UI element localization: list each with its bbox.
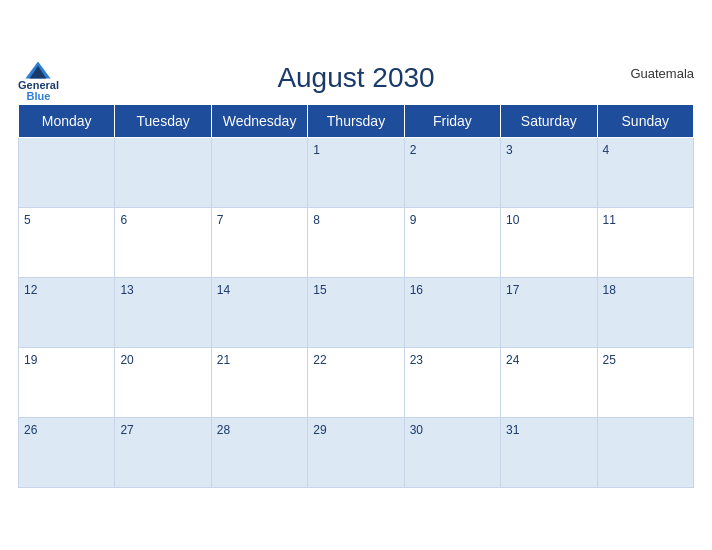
header-friday: Friday — [404, 105, 500, 138]
calendar-week-row: 12131415161718 — [19, 278, 694, 348]
calendar-day-cell: 15 — [308, 278, 404, 348]
calendar-day-cell: 3 — [501, 138, 597, 208]
day-number: 22 — [313, 353, 326, 367]
general-blue-logo-icon — [24, 60, 52, 80]
day-number: 8 — [313, 213, 320, 227]
calendar-title: August 2030 — [18, 62, 694, 94]
calendar-day-cell: 16 — [404, 278, 500, 348]
day-number: 17 — [506, 283, 519, 297]
calendar-week-row: 262728293031 — [19, 418, 694, 488]
calendar-day-cell: 29 — [308, 418, 404, 488]
day-number: 31 — [506, 423, 519, 437]
calendar-country: Guatemala — [630, 66, 694, 81]
day-number: 24 — [506, 353, 519, 367]
calendar-week-row: 19202122232425 — [19, 348, 694, 418]
day-number: 25 — [603, 353, 616, 367]
calendar-container: General Blue August 2030 Guatemala Monda… — [0, 44, 712, 506]
day-number: 19 — [24, 353, 37, 367]
calendar-day-cell: 13 — [115, 278, 211, 348]
calendar-day-cell: 19 — [19, 348, 115, 418]
calendar-day-cell: 2 — [404, 138, 500, 208]
header-monday: Monday — [19, 105, 115, 138]
calendar-day-cell: 4 — [597, 138, 693, 208]
day-number: 13 — [120, 283, 133, 297]
day-number: 4 — [603, 143, 610, 157]
day-number: 23 — [410, 353, 423, 367]
day-number: 7 — [217, 213, 224, 227]
calendar-day-cell: 1 — [308, 138, 404, 208]
calendar-week-row: 567891011 — [19, 208, 694, 278]
header-saturday: Saturday — [501, 105, 597, 138]
day-number: 21 — [217, 353, 230, 367]
day-number: 10 — [506, 213, 519, 227]
calendar-day-cell: 7 — [211, 208, 307, 278]
calendar-day-cell — [597, 418, 693, 488]
calendar-day-cell: 30 — [404, 418, 500, 488]
calendar-day-cell: 10 — [501, 208, 597, 278]
day-number: 20 — [120, 353, 133, 367]
calendar-day-cell: 17 — [501, 278, 597, 348]
calendar-day-cell: 20 — [115, 348, 211, 418]
header-thursday: Thursday — [308, 105, 404, 138]
calendar-week-row: 1234 — [19, 138, 694, 208]
header-tuesday: Tuesday — [115, 105, 211, 138]
calendar-day-cell: 5 — [19, 208, 115, 278]
logo-blue-text: Blue — [27, 91, 51, 102]
calendar-day-cell: 14 — [211, 278, 307, 348]
calendar-day-cell: 22 — [308, 348, 404, 418]
calendar-day-cell — [19, 138, 115, 208]
calendar-grid: Monday Tuesday Wednesday Thursday Friday… — [18, 104, 694, 488]
day-number: 1 — [313, 143, 320, 157]
calendar-day-cell: 6 — [115, 208, 211, 278]
day-number: 27 — [120, 423, 133, 437]
calendar-day-cell: 9 — [404, 208, 500, 278]
logo-area: General Blue — [18, 60, 59, 102]
calendar-day-cell: 27 — [115, 418, 211, 488]
day-number: 6 — [120, 213, 127, 227]
calendar-header: General Blue August 2030 Guatemala — [18, 54, 694, 98]
calendar-day-cell: 18 — [597, 278, 693, 348]
calendar-day-cell: 25 — [597, 348, 693, 418]
day-number: 3 — [506, 143, 513, 157]
day-number: 29 — [313, 423, 326, 437]
day-number: 30 — [410, 423, 423, 437]
calendar-day-cell: 8 — [308, 208, 404, 278]
weekday-header-row: Monday Tuesday Wednesday Thursday Friday… — [19, 105, 694, 138]
day-number: 14 — [217, 283, 230, 297]
calendar-day-cell — [115, 138, 211, 208]
calendar-day-cell: 21 — [211, 348, 307, 418]
day-number: 9 — [410, 213, 417, 227]
calendar-day-cell: 31 — [501, 418, 597, 488]
calendar-day-cell: 11 — [597, 208, 693, 278]
day-number: 28 — [217, 423, 230, 437]
day-number: 2 — [410, 143, 417, 157]
header-wednesday: Wednesday — [211, 105, 307, 138]
header-sunday: Sunday — [597, 105, 693, 138]
day-number: 5 — [24, 213, 31, 227]
calendar-day-cell — [211, 138, 307, 208]
day-number: 11 — [603, 213, 616, 227]
day-number: 15 — [313, 283, 326, 297]
day-number: 16 — [410, 283, 423, 297]
calendar-day-cell: 26 — [19, 418, 115, 488]
day-number: 26 — [24, 423, 37, 437]
calendar-day-cell: 23 — [404, 348, 500, 418]
calendar-day-cell: 12 — [19, 278, 115, 348]
day-number: 18 — [603, 283, 616, 297]
calendar-day-cell: 28 — [211, 418, 307, 488]
calendar-day-cell: 24 — [501, 348, 597, 418]
day-number: 12 — [24, 283, 37, 297]
